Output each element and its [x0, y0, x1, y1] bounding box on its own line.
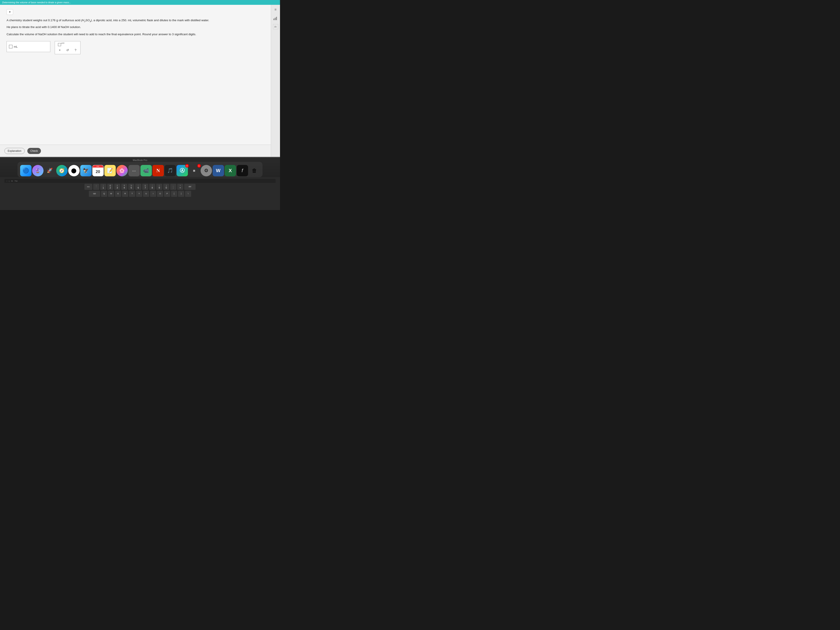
- key-8[interactable]: *8: [149, 184, 155, 190]
- answer-input-container[interactable]: mL: [6, 41, 50, 52]
- checkbox-icon: [9, 45, 13, 48]
- sysprefs-icon: ⚙: [204, 168, 208, 174]
- exponent-checkbox[interactable]: [58, 43, 61, 46]
- clear-button[interactable]: ×: [58, 48, 62, 52]
- main-content: ▼ A chemistry student weighs out 0.176 g…: [0, 5, 271, 145]
- key-backslash[interactable]: \: [185, 191, 191, 197]
- key-tab[interactable]: tab: [89, 191, 100, 197]
- key-2[interactable]: @2: [107, 184, 113, 190]
- calendar-month: JUL: [93, 165, 103, 167]
- trash-icon: 🗑: [252, 167, 257, 174]
- dock-item-calendar[interactable]: JUL 20: [92, 165, 104, 176]
- touch-bar-item-2: |: [9, 180, 9, 182]
- finder-icon: 🔵: [22, 167, 29, 174]
- keyboard-area: › | Hi The esc ~` !1 @2 #3 $4 %5 ^6 &7 *…: [0, 177, 280, 210]
- help-button[interactable]: ?: [74, 48, 77, 52]
- appstore-badge: 4: [185, 164, 189, 167]
- dock-item-nord[interactable]: 𝐍: [153, 165, 164, 176]
- key-1[interactable]: !1: [100, 184, 106, 190]
- dock-item-messages[interactable]: ···: [128, 165, 140, 176]
- facetime-icon: 📹: [143, 168, 149, 174]
- dock-item-unknown[interactable]: ■ 1: [189, 165, 200, 176]
- top-bar-text: Determining the volume of base needed to…: [2, 1, 71, 4]
- undo-button[interactable]: ↺: [65, 48, 70, 52]
- excel-icon: X: [229, 168, 232, 174]
- key-w[interactable]: W: [108, 191, 114, 197]
- mail-icon: 🦅: [83, 168, 89, 174]
- tool-palette-bottom: × ↺ ?: [58, 48, 77, 52]
- key-p[interactable]: P: [164, 191, 170, 197]
- key-y[interactable]: Y: [136, 191, 142, 197]
- music-icon: 🎵: [167, 168, 173, 174]
- dock-item-chrome[interactable]: ⬤: [68, 165, 80, 176]
- key-0[interactable]: )0: [163, 184, 169, 190]
- key-i[interactable]: I: [150, 191, 156, 197]
- key-minus[interactable]: _-: [170, 184, 176, 190]
- explanation-button[interactable]: Explanation: [5, 148, 25, 154]
- unknown-icon: ■: [193, 169, 195, 173]
- dock-item-photos[interactable]: 🌸: [116, 165, 128, 176]
- key-e[interactable]: E: [115, 191, 121, 197]
- dock-item-siri[interactable]: 🔮: [32, 165, 44, 176]
- dock-item-word[interactable]: W: [213, 165, 224, 176]
- key-equals[interactable]: +=: [177, 184, 183, 190]
- key-delete[interactable]: del: [184, 184, 196, 190]
- svg-rect-1: [275, 18, 276, 20]
- check-button[interactable]: Check: [27, 148, 41, 154]
- dock-item-trash[interactable]: 🗑: [249, 165, 260, 176]
- key-tilde[interactable]: ~`: [93, 184, 99, 190]
- sidebar-icon-1[interactable]: ≡: [273, 6, 279, 13]
- dock: 🔵 🔮 🚀 🧭 ⬤ 🦅 JUL 20 📝: [17, 162, 262, 177]
- key-6[interactable]: ^6: [135, 184, 141, 190]
- photos-icon: 🌸: [119, 168, 125, 173]
- launchpad-icon: 🚀: [47, 168, 53, 174]
- siri-icon: 🔮: [35, 168, 41, 173]
- dock-item-appstore[interactable]: Ⓐ 4: [177, 165, 188, 176]
- safari-icon: 🧭: [59, 168, 65, 173]
- chrome-icon: ⬤: [71, 168, 77, 174]
- screen: Determining the volume of base needed to…: [0, 0, 280, 158]
- dock-item-notes[interactable]: 📝: [104, 165, 116, 176]
- key-esc[interactable]: esc: [84, 184, 92, 190]
- chevron-button[interactable]: ▼: [6, 9, 13, 15]
- top-bar: Determining the volume of base needed to…: [0, 0, 280, 5]
- sidebar-icon-stats[interactable]: [273, 15, 279, 21]
- appstore-icon: Ⓐ: [180, 167, 185, 174]
- chevron-down-icon: ▼: [8, 11, 11, 14]
- key-9[interactable]: (9: [156, 184, 162, 190]
- svg-rect-2: [276, 17, 277, 20]
- dock-item-sysprefs[interactable]: ⚙: [201, 165, 212, 176]
- dock-item-excel[interactable]: X: [225, 165, 236, 176]
- macbook-label: MacBook Pro: [0, 158, 280, 162]
- keyboard-row-1: esc ~` !1 @2 #3 $4 %5 ^6 &7 *8 (9 )0 _- …: [5, 184, 276, 190]
- dock-item-font[interactable]: f: [237, 165, 248, 176]
- dock-item-finder[interactable]: 🔵: [20, 165, 32, 176]
- key-lbracket[interactable]: [: [171, 191, 177, 197]
- touch-bar: › | Hi The: [5, 179, 276, 183]
- notes-icon: 📝: [107, 168, 113, 174]
- unit-label: mL: [14, 45, 18, 48]
- key-t[interactable]: T: [129, 191, 135, 197]
- key-4[interactable]: $4: [121, 184, 127, 190]
- key-3[interactable]: #3: [114, 184, 120, 190]
- key-q[interactable]: Q: [101, 191, 107, 197]
- touch-bar-item-1: ›: [6, 180, 7, 182]
- key-o[interactable]: O: [157, 191, 163, 197]
- dock-item-safari[interactable]: 🧭: [56, 165, 68, 176]
- key-r[interactable]: R: [122, 191, 128, 197]
- problem-sentence-1: A chemistry student weighs out 0.176 g o…: [6, 18, 264, 23]
- key-rbracket[interactable]: ]: [178, 191, 184, 197]
- dock-item-launchpad[interactable]: 🚀: [44, 165, 55, 176]
- unknown-badge: 1: [197, 164, 201, 167]
- calendar-date: 20: [96, 167, 100, 176]
- messages-icon: ···: [132, 168, 136, 173]
- key-u[interactable]: U: [143, 191, 149, 197]
- sidebar-icon-ar[interactable]: Ar: [273, 24, 278, 29]
- dock-item-mail[interactable]: 🦅: [80, 165, 92, 176]
- dock-item-music[interactable]: 🎵: [164, 165, 176, 176]
- dock-area: MacBook Pro 🔵 🔮 🚀 🧭 ⬤ 🦅 JUL 20: [0, 158, 280, 210]
- font-icon: f: [242, 168, 243, 174]
- dock-item-facetime[interactable]: 📹: [141, 165, 152, 176]
- key-5[interactable]: %5: [128, 184, 134, 190]
- key-7[interactable]: &7: [142, 184, 148, 190]
